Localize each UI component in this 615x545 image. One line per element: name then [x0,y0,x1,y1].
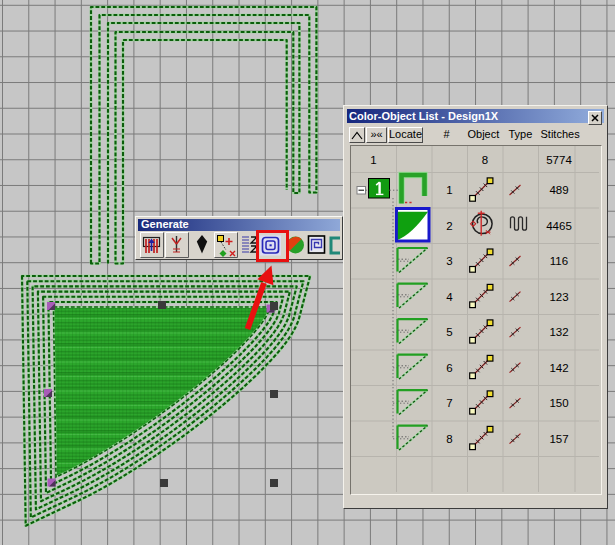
svg-text:1: 1 [446,184,452,196]
svg-text:150: 150 [549,397,568,409]
svg-text:2: 2 [446,219,452,231]
svg-text:6: 6 [446,361,452,373]
svg-text:3: 3 [446,255,452,267]
svg-text:489: 489 [549,184,568,196]
svg-text:5: 5 [446,326,452,338]
svg-text:1: 1 [370,153,376,165]
svg-text:116: 116 [549,255,567,267]
svg-text:4: 4 [446,290,453,302]
svg-text:157: 157 [549,432,568,444]
svg-text:8: 8 [446,432,452,444]
svg-text:142: 142 [549,361,568,373]
svg-text:132: 132 [549,326,568,338]
svg-text:4465: 4465 [546,219,572,231]
svg-text:123: 123 [549,290,568,302]
svg-text:5774: 5774 [546,153,572,165]
svg-text:7: 7 [446,397,452,409]
svg-text:8: 8 [481,153,487,165]
